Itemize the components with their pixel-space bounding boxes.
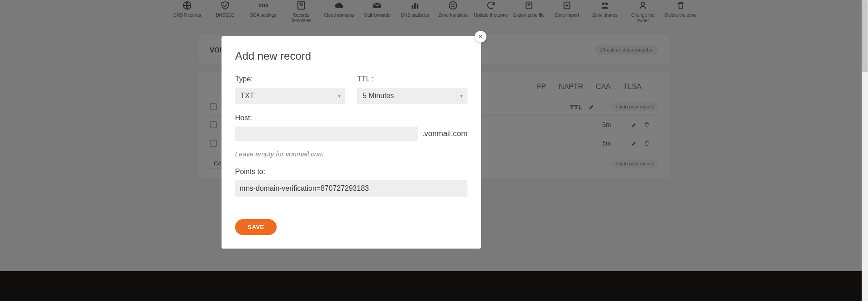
- points-to-input[interactable]: [235, 180, 467, 197]
- type-select[interactable]: TXT: [235, 88, 345, 104]
- add-record-modal: ✕ Add new record Type: TXT TTL : 5 Minut…: [222, 36, 481, 249]
- scrollbar-thumb[interactable]: [862, 0, 868, 72]
- host-helper: Leave empty for vonmail.com: [235, 150, 467, 158]
- ttl-select[interactable]: 5 Minutes: [357, 88, 467, 104]
- save-button[interactable]: SAVE: [235, 219, 277, 235]
- host-input[interactable]: [235, 127, 418, 141]
- type-label: Type:: [235, 75, 345, 83]
- host-label: Host:: [235, 114, 467, 122]
- scrollbar[interactable]: [862, 0, 868, 301]
- modal-title: Add new record: [235, 50, 467, 62]
- ttl-label: TTL :: [357, 75, 467, 83]
- host-suffix: .vonmail.com: [422, 129, 467, 138]
- close-icon[interactable]: ✕: [475, 31, 486, 42]
- points-label: Points to:: [235, 168, 467, 176]
